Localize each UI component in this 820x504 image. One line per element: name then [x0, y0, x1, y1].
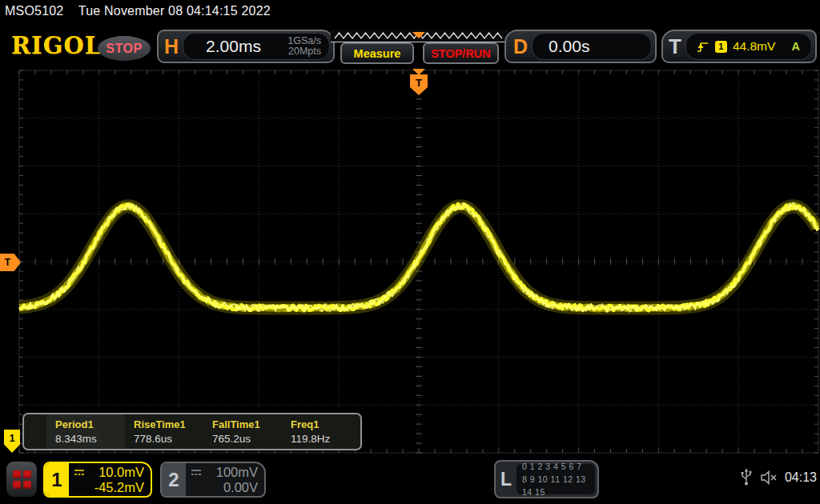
measurement-item[interactable]: FallTime1 765.2us	[203, 418, 282, 445]
trigger-position-flag: T	[410, 74, 428, 95]
channel2-number: 2	[162, 463, 186, 496]
channel2-status[interactable]: 2 100mV 0.00V	[160, 462, 266, 498]
trigger-position-arrow-icon	[412, 69, 425, 75]
channel1-scale: 10.0mV	[88, 465, 144, 480]
measurement-item[interactable]: Freq1 119.8Hz	[282, 418, 360, 445]
measurement-item[interactable]: RiseTime1 778.6us	[125, 418, 203, 445]
dc-coupling-icon	[191, 468, 202, 477]
usb-icon	[740, 468, 753, 487]
channel2-offset: 0.00V	[191, 480, 258, 495]
clock: 04:13	[785, 470, 817, 485]
channel1-number: 1	[45, 463, 69, 496]
logic-channel-list: 0 1 2 3 4 5 6 7 8 9 10 11 12 13 14 15	[517, 464, 595, 494]
channel1-offset: -45.2mV	[74, 480, 144, 495]
speaker-muted-icon	[760, 470, 778, 485]
measurement-panel: Period1 8.343ms RiseTime1 778.6us FallTi…	[22, 413, 362, 450]
oscilloscope-screen: MSO5102 Tue November 08 04:14:15 2022 RI…	[0, 0, 820, 504]
grid-icon	[13, 470, 31, 489]
logic-label: L	[496, 469, 517, 490]
channel2-scale: 100mV	[205, 465, 258, 480]
logic-analyzer-status[interactable]: L 0 1 2 3 4 5 6 7 8 9 10 11 12 13 14 15	[494, 460, 599, 498]
measurement-item[interactable]: Period1 8.343ms	[46, 414, 125, 449]
quick-menu-button[interactable]	[6, 462, 37, 497]
channel1-status[interactable]: 1 10.0mV -45.2mV	[43, 462, 152, 498]
trigger-position-marker[interactable]: T	[408, 68, 429, 96]
dc-coupling-icon	[74, 468, 85, 477]
